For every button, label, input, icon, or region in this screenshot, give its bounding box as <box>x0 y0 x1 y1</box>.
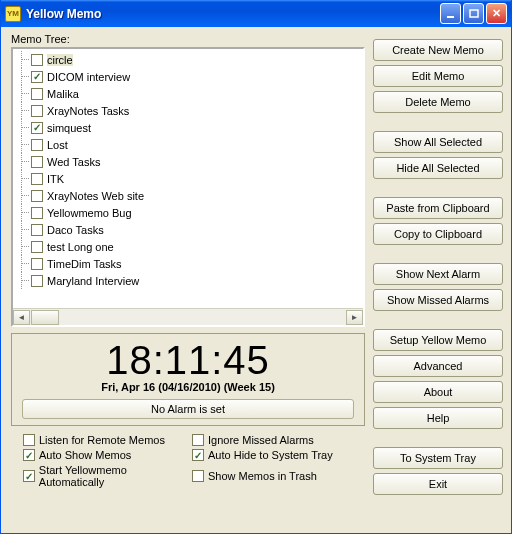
show-missed-alarms-button[interactable]: Show Missed Alarms <box>373 289 503 311</box>
option-item[interactable]: Listen for Remote Memos <box>23 434 192 446</box>
show-next-alarm-button[interactable]: Show Next Alarm <box>373 263 503 285</box>
tree-checkbox[interactable]: ✓ <box>31 71 43 83</box>
tree-item-label[interactable]: Wed Tasks <box>47 156 100 168</box>
tree-item[interactable]: TimeDim Tasks <box>15 255 361 272</box>
setup-button[interactable]: Setup Yellow Memo <box>373 329 503 351</box>
tree-item[interactable]: Daco Tasks <box>15 221 361 238</box>
option-checkbox[interactable]: ✓ <box>23 449 35 461</box>
tree-item[interactable]: ✓DICOM interview <box>15 68 361 85</box>
tree-item[interactable]: test Long one <box>15 238 361 255</box>
tree-checkbox[interactable] <box>31 156 43 168</box>
titlebar[interactable]: YM Yellow Memo ✕ <box>1 0 511 27</box>
option-checkbox[interactable] <box>192 434 204 446</box>
option-label: Show Memos in Trash <box>208 470 317 482</box>
delete-memo-button[interactable]: Delete Memo <box>373 91 503 113</box>
client-area: Memo Tree: circle✓DICOM interviewMalikaX… <box>1 27 511 533</box>
create-new-memo-button[interactable]: Create New Memo <box>373 39 503 61</box>
option-label: Ignore Missed Alarms <box>208 434 314 446</box>
tree-checkbox[interactable] <box>31 241 43 253</box>
tree-checkbox[interactable] <box>31 275 43 287</box>
tree-item-label[interactable]: DICOM interview <box>47 71 130 83</box>
tree-checkbox[interactable] <box>31 54 43 66</box>
app-icon: YM <box>5 6 21 22</box>
clock-time: 18:11:45 <box>22 338 354 383</box>
window-title: Yellow Memo <box>26 7 438 21</box>
tree-item[interactable]: Wed Tasks <box>15 153 361 170</box>
show-all-selected-button[interactable]: Show All Selected <box>373 131 503 153</box>
tree-checkbox[interactable] <box>31 224 43 236</box>
tree-checkbox[interactable] <box>31 207 43 219</box>
tree-item[interactable]: XrayNotes Tasks <box>15 102 361 119</box>
tree-item-label[interactable]: Lost <box>47 139 68 151</box>
advanced-button[interactable]: Advanced <box>373 355 503 377</box>
clock-date: Fri, Apr 16 (04/16/2010) (Week 15) <box>22 381 354 393</box>
tree-hscrollbar[interactable]: ◄ ► <box>13 308 363 325</box>
tree-item[interactable]: circle <box>15 51 361 68</box>
copy-to-clipboard-button[interactable]: Copy to Clipboard <box>373 223 503 245</box>
option-item[interactable]: Show Memos in Trash <box>192 464 361 488</box>
tree-item[interactable]: ITK <box>15 170 361 187</box>
tree-item-label[interactable]: Maryland Interview <box>47 275 139 287</box>
option-label: Listen for Remote Memos <box>39 434 165 446</box>
edit-memo-button[interactable]: Edit Memo <box>373 65 503 87</box>
option-checkbox[interactable]: ✓ <box>23 470 35 482</box>
tree-item-label[interactable]: TimeDim Tasks <box>47 258 122 270</box>
tree-item-label[interactable]: XrayNotes Web site <box>47 190 144 202</box>
tree-item-label[interactable]: ITK <box>47 173 64 185</box>
tree-item[interactable]: Maryland Interview <box>15 272 361 289</box>
maximize-button[interactable] <box>463 3 484 24</box>
options-panel: Listen for Remote MemosIgnore Missed Ala… <box>11 434 365 488</box>
tree-item[interactable]: Lost <box>15 136 361 153</box>
tree-item-label[interactable]: circle <box>47 54 73 66</box>
tree-item-label[interactable]: Yellowmemo Bug <box>47 207 132 219</box>
tree-item[interactable]: Malika <box>15 85 361 102</box>
tree-checkbox[interactable] <box>31 258 43 270</box>
svg-rect-1 <box>470 10 478 17</box>
tree-item-label[interactable]: simquest <box>47 122 91 134</box>
hide-all-selected-button[interactable]: Hide All Selected <box>373 157 503 179</box>
tree-item-label[interactable]: Malika <box>47 88 79 100</box>
option-item[interactable]: ✓Start Yellowmemo Automatically <box>23 464 192 488</box>
tree-item[interactable]: ✓simquest <box>15 119 361 136</box>
tree-checkbox[interactable] <box>31 173 43 185</box>
tree-item-label[interactable]: XrayNotes Tasks <box>47 105 129 117</box>
tree-checkbox[interactable] <box>31 88 43 100</box>
about-button[interactable]: About <box>373 381 503 403</box>
option-checkbox[interactable] <box>192 470 204 482</box>
option-label: Auto Hide to System Tray <box>208 449 333 461</box>
memo-tree[interactable]: circle✓DICOM interviewMalikaXrayNotes Ta… <box>11 47 365 327</box>
alarm-status-bar[interactable]: No Alarm is set <box>22 399 354 419</box>
scroll-right-button[interactable]: ► <box>346 310 363 325</box>
app-window: YM Yellow Memo ✕ Memo Tree: circle✓DICOM… <box>0 0 512 534</box>
clock-panel: 18:11:45 Fri, Apr 16 (04/16/2010) (Week … <box>11 333 365 426</box>
tree-checkbox[interactable]: ✓ <box>31 122 43 134</box>
tree-checkbox[interactable] <box>31 105 43 117</box>
tree-item-label[interactable]: Daco Tasks <box>47 224 104 236</box>
scroll-left-button[interactable]: ◄ <box>13 310 30 325</box>
tree-checkbox[interactable] <box>31 139 43 151</box>
minimize-button[interactable] <box>440 3 461 24</box>
option-item[interactable]: ✓Auto Show Memos <box>23 449 192 461</box>
tree-item[interactable]: XrayNotes Web site <box>15 187 361 204</box>
tree-label: Memo Tree: <box>11 33 365 45</box>
option-item[interactable]: Ignore Missed Alarms <box>192 434 361 446</box>
tree-checkbox[interactable] <box>31 190 43 202</box>
tree-item[interactable]: Yellowmemo Bug <box>15 204 361 221</box>
option-label: Auto Show Memos <box>39 449 131 461</box>
to-system-tray-button[interactable]: To System Tray <box>373 447 503 469</box>
help-button[interactable]: Help <box>373 407 503 429</box>
close-button[interactable]: ✕ <box>486 3 507 24</box>
paste-from-clipboard-button[interactable]: Paste from Clipboard <box>373 197 503 219</box>
option-checkbox[interactable]: ✓ <box>192 449 204 461</box>
option-item[interactable]: ✓Auto Hide to System Tray <box>192 449 361 461</box>
scroll-thumb[interactable] <box>31 310 59 325</box>
tree-item-label[interactable]: test Long one <box>47 241 114 253</box>
option-checkbox[interactable] <box>23 434 35 446</box>
option-label: Start Yellowmemo Automatically <box>39 464 192 488</box>
button-column: Create New Memo Edit Memo Delete Memo Sh… <box>373 33 503 523</box>
exit-button[interactable]: Exit <box>373 473 503 495</box>
svg-rect-0 <box>447 16 454 18</box>
left-column: Memo Tree: circle✓DICOM interviewMalikaX… <box>11 33 365 523</box>
